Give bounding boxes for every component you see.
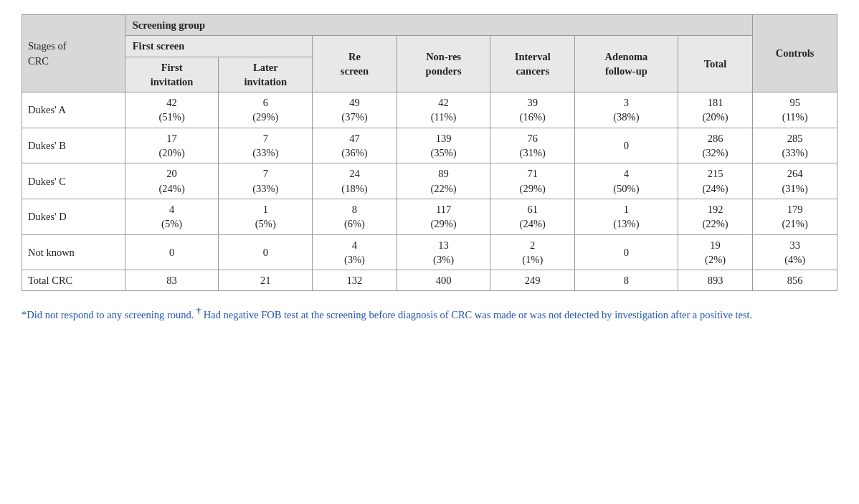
- table-row: Not known004(3%)13(3%)2(1%)019(2%)33(4%): [22, 234, 837, 270]
- cell-adenoma: 8: [575, 270, 678, 291]
- cell-non_resp: 139(35%): [397, 128, 490, 163]
- cell-interval: 249: [490, 270, 575, 291]
- first-invitation-header: First invitation: [125, 57, 219, 92]
- total-header: Total: [678, 36, 753, 92]
- cell-controls: 856: [753, 270, 837, 291]
- cell-non_resp: 42(11%): [397, 92, 490, 128]
- main-table-wrapper: Stages of CRC Screening group Controls F…: [22, 14, 837, 291]
- cell-first_inv: 4(5%): [125, 199, 219, 234]
- cell-later_inv: 6(29%): [219, 92, 313, 128]
- adenoma-followup-header: Adenoma follow-up: [575, 36, 678, 92]
- cell-interval: 61(24%): [490, 199, 575, 234]
- cell-interval: 71(29%): [490, 163, 575, 199]
- cell-interval: 39(16%): [490, 92, 575, 128]
- cell-re_screen: 47(36%): [313, 128, 397, 163]
- stages-header: Stages of CRC: [22, 15, 125, 92]
- cell-adenoma: 3(38%): [575, 92, 678, 128]
- screening-group-header: Screening group: [125, 15, 753, 36]
- cell-adenoma: 0: [575, 234, 678, 270]
- row-label: Not known: [22, 234, 125, 270]
- non-responders-header: Non-res ponders: [397, 36, 490, 92]
- cell-first_inv: 17(20%): [125, 128, 219, 163]
- cell-first_inv: 83: [125, 270, 219, 291]
- cell-later_inv: 7(33%): [219, 128, 313, 163]
- cell-controls: 285(33%): [753, 128, 837, 163]
- cell-later_inv: 0: [219, 234, 313, 270]
- cell-controls: 179(21%): [753, 199, 837, 234]
- cell-first_inv: 42(51%): [125, 92, 219, 128]
- table-row: Dukes' D4(5%)1(5%)8(6%)117(29%)61(24%)1(…: [22, 199, 837, 234]
- table-row: Dukes' B17(20%)7(33%)47(36%)139(35%)76(3…: [22, 128, 837, 163]
- cell-later_inv: 7(33%): [219, 163, 313, 199]
- row-label: Dukes' C: [22, 163, 125, 199]
- re-screen-header: Re screen: [313, 36, 397, 92]
- cell-interval: 76(31%): [490, 128, 575, 163]
- cell-controls: 95(11%): [753, 92, 837, 128]
- cell-total: 215(24%): [678, 163, 753, 199]
- cell-re_screen: 49(37%): [313, 92, 397, 128]
- first-screen-header: First screen: [125, 36, 312, 57]
- row-label: Dukes' B: [22, 128, 125, 163]
- cell-total: 19(2%): [678, 234, 753, 270]
- cell-first_inv: 0: [125, 234, 219, 270]
- cell-re_screen: 24(18%): [313, 163, 397, 199]
- footnote-text: *Did not respond to any screening round.…: [22, 309, 752, 320]
- cell-controls: 33(4%): [753, 234, 837, 270]
- cell-controls: 264(31%): [753, 163, 837, 199]
- cell-total: 192(22%): [678, 199, 753, 234]
- cell-first_inv: 20(24%): [125, 163, 219, 199]
- cell-adenoma: 1(13%): [575, 199, 678, 234]
- footnote: *Did not respond to any screening round.…: [22, 304, 837, 323]
- cell-total: 286(32%): [678, 128, 753, 163]
- table-row: Dukes' C20(24%)7(33%)24(18%)89(22%)71(29…: [22, 163, 837, 199]
- cell-total: 181(20%): [678, 92, 753, 128]
- cell-total: 893: [678, 270, 753, 291]
- cell-re_screen: 132: [313, 270, 397, 291]
- cell-later_inv: 21: [219, 270, 313, 291]
- cell-non_resp: 89(22%): [397, 163, 490, 199]
- cell-interval: 2(1%): [490, 234, 575, 270]
- table-row: Dukes' A42(51%)6(29%)49(37%)42(11%)39(16…: [22, 92, 837, 128]
- controls-header: Controls: [753, 15, 837, 92]
- cell-adenoma: 0: [575, 128, 678, 163]
- cell-non_resp: 13(3%): [397, 234, 490, 270]
- cell-re_screen: 8(6%): [313, 199, 397, 234]
- cell-re_screen: 4(3%): [313, 234, 397, 270]
- table-row: Total CRC83211324002498893856: [22, 270, 837, 291]
- cell-later_inv: 1(5%): [219, 199, 313, 234]
- row-label: Total CRC: [22, 270, 125, 291]
- row-label: Dukes' A: [22, 92, 125, 128]
- cell-non_resp: 400: [397, 270, 490, 291]
- later-invitation-header: Later invitation: [219, 57, 313, 92]
- row-label: Dukes' D: [22, 199, 125, 234]
- data-table: Stages of CRC Screening group Controls F…: [22, 14, 837, 291]
- cell-adenoma: 4(50%): [575, 163, 678, 199]
- interval-cancers-header: Interval cancers: [490, 36, 575, 92]
- cell-non_resp: 117(29%): [397, 199, 490, 234]
